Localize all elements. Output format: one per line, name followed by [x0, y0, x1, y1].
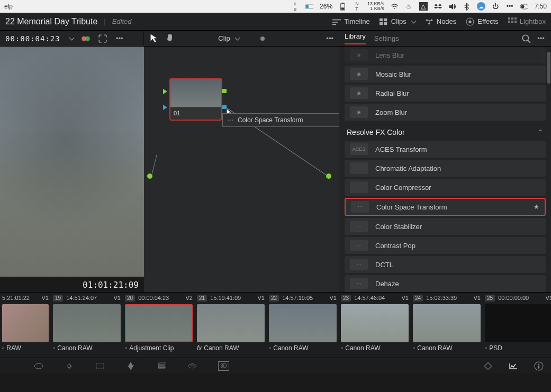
panel-more-icon[interactable]: •••	[536, 34, 546, 43]
node-rgb-out-icon[interactable]	[222, 89, 227, 93]
effects-button[interactable]: Effects	[466, 17, 499, 26]
clip-thumbnail[interactable]: 2415:02:33:39V1▫Canon RAW	[411, 293, 483, 358]
graph-input-node[interactable]	[147, 174, 152, 179]
keyframe-icon[interactable]	[483, 361, 493, 371]
volume-icon[interactable]	[448, 3, 456, 11]
pointer-tool-icon[interactable]	[149, 33, 159, 42]
collapse-icon[interactable]: ⌃	[537, 128, 544, 136]
bluetooth-icon[interactable]	[463, 3, 471, 11]
clip-thumbnail[interactable]: 5:21:01:22V1▫RAW	[0, 293, 51, 358]
viewer-image[interactable]	[0, 47, 144, 277]
fx-thumb-icon: ⋯	[350, 240, 368, 251]
cpu-bars-icon	[305, 3, 313, 11]
viewer-timecode[interactable]: 00:00:04:23	[5, 34, 60, 43]
search-icon[interactable]	[521, 34, 531, 43]
clip-thumbnail[interactable]: 2214:57:19:05V1▫Canon RAW	[267, 293, 339, 358]
fx-item[interactable]: ◉Radial Blur	[345, 85, 546, 102]
flame-icon[interactable]: ♨	[405, 3, 413, 11]
clip-timecode: 00:00:00:00	[498, 295, 529, 301]
help-menu[interactable]: elp	[4, 3, 13, 10]
power-icon[interactable]: ⏻	[492, 3, 500, 11]
info-icon[interactable]	[534, 361, 544, 371]
clip-image[interactable]	[269, 304, 337, 342]
overflow-icon[interactable]: •••	[506, 3, 514, 11]
fx-item-label: Dehaze	[375, 280, 399, 288]
fx-item-label: Mosaic Blur	[375, 70, 411, 78]
svg-rect-10	[332, 24, 336, 25]
expand-icon[interactable]	[98, 34, 107, 43]
clip-thumbnail[interactable]: 2500:00:00:00V1▫PSD	[483, 293, 551, 358]
clips-button[interactable]: Clips	[380, 17, 415, 26]
qualifier-icon[interactable]	[65, 361, 74, 371]
stereo-3d-icon[interactable]: 3D	[218, 361, 229, 371]
fx-item[interactable]: ACESACES Transform	[345, 141, 546, 158]
clip-thumbnail[interactable]: 2115:19:41:09V1fxCanon RAW	[195, 293, 267, 358]
clip-codec-label: Canon RAW	[204, 344, 239, 352]
toggle-icon[interactable]	[520, 3, 528, 11]
clip-image[interactable]	[341, 304, 409, 342]
clip-track: V1	[42, 295, 49, 301]
clip-type-icon: ▫	[53, 344, 55, 352]
clip-index: 19	[53, 295, 63, 302]
more-icon[interactable]: •••	[115, 34, 124, 43]
fx-item[interactable]: ⋯Dehaze	[345, 275, 546, 292]
node-alpha-in-icon[interactable]	[163, 105, 167, 110]
clip-image[interactable]	[485, 304, 551, 342]
svg-rect-30	[96, 363, 104, 369]
fx-item[interactable]: ⋯Color Space Transform★	[345, 198, 546, 216]
graph-output-node[interactable]	[326, 174, 331, 179]
clip-type-icon: ▫	[485, 344, 487, 352]
fx-item[interactable]: ⋯Chromatic Adaptation	[345, 160, 546, 177]
tab-library[interactable]: Library	[345, 32, 366, 44]
clip-codec-label: Canon RAW	[417, 344, 452, 352]
triangle-icon[interactable]: △	[419, 2, 428, 11]
clip-selector[interactable]: Clip	[218, 34, 239, 42]
fx-item-label: Chromatic Adaptation	[375, 165, 441, 172]
curves-icon[interactable]	[34, 361, 43, 371]
fx-scrollbar[interactable]	[547, 47, 551, 292]
zoom-slider-dot[interactable]	[260, 37, 265, 41]
clip-image[interactable]	[53, 304, 121, 342]
fx-item[interactable]: ◉Lens Blur	[345, 47, 546, 63]
effects-library-panel: ◉Lens Blur◉Mosaic Blur◉Radial Blur◉Zoom …	[339, 47, 551, 292]
fx-item[interactable]: ⋯Color Stabilizer	[345, 218, 546, 235]
window-icon[interactable]	[95, 361, 105, 371]
blur-icon[interactable]	[157, 361, 166, 371]
wifi-icon[interactable]	[391, 3, 399, 11]
dropbox-icon[interactable]	[434, 3, 442, 11]
image-wipe-icon[interactable]	[81, 34, 91, 43]
clip-type-icon: ▫	[2, 344, 4, 352]
timecode-chevron-icon[interactable]	[68, 34, 74, 42]
clip-image[interactable]	[2, 304, 49, 342]
fx-item[interactable]: ⋯DCTL	[345, 256, 546, 273]
svg-point-26	[85, 36, 90, 41]
hand-tool-icon[interactable]	[165, 33, 175, 42]
lightbox-button[interactable]: Lightbox	[508, 17, 546, 26]
node-graph[interactable]: 01 ⋯ Color Space Transform	[144, 47, 339, 292]
fx-item[interactable]: ◉Zoom Blur	[345, 104, 546, 121]
tab-settings[interactable]: Settings	[374, 34, 399, 42]
node-more-icon[interactable]: •••	[326, 34, 333, 42]
fx-category-header[interactable]: Resolve FX Color⌃	[345, 123, 546, 141]
fx-item[interactable]: ⋯Contrast Pop	[345, 237, 546, 254]
fx-item[interactable]: ⋯Color Compressor	[345, 179, 546, 196]
cloud-icon[interactable]: ☁	[477, 2, 485, 11]
clip-image[interactable]	[413, 304, 481, 342]
corrector-node-01[interactable]: 01	[169, 78, 222, 121]
favorite-icon[interactable]: ★	[534, 203, 539, 211]
scopes-icon[interactable]	[509, 361, 518, 371]
clip-image[interactable]	[125, 304, 193, 342]
clip-thumbnails-strip[interactable]: 5:21:01:22V1▫RAW1914:51:24:07V1▫Canon RA…	[0, 292, 551, 358]
fx-item-label: Color Stabilizer	[375, 223, 422, 231]
nodes-button[interactable]: Nodes	[425, 17, 457, 26]
fx-item[interactable]: ◉Mosaic Blur	[345, 66, 546, 83]
clip-type-icon: ▫	[341, 344, 343, 352]
clip-thumbnail[interactable]: 1914:51:24:07V1▫Canon RAW	[51, 293, 123, 358]
clip-thumbnail[interactable]: 2314:57:46:04V1▫Canon RAW	[339, 293, 411, 358]
tracker-icon[interactable]	[126, 361, 136, 371]
key-icon[interactable]	[187, 361, 197, 371]
clip-image[interactable]	[197, 304, 265, 342]
node-rgb-in-icon[interactable]	[163, 89, 167, 94]
clip-thumbnail[interactable]: 2000:00:04:23V2▫Adjustment Clip	[123, 293, 195, 358]
timeline-button[interactable]: Timeline	[332, 17, 370, 26]
